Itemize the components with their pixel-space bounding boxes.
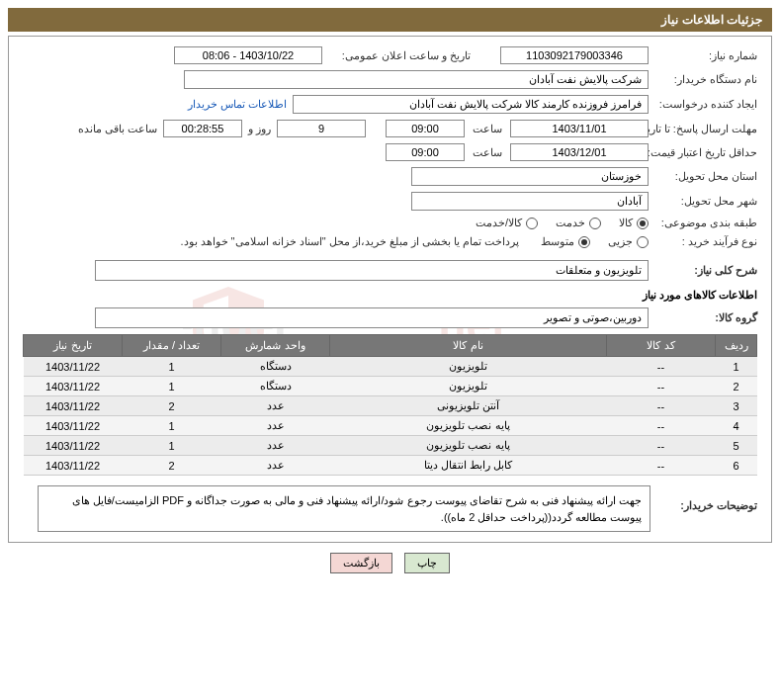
row-city: شهر محل تحویل: آبادان bbox=[23, 192, 757, 211]
cell-code: -- bbox=[607, 377, 716, 396]
table-row: 1--تلویزیوندستگاه11403/11/22 bbox=[24, 357, 757, 377]
header-bar: جزئیات اطلاعات نیاز bbox=[8, 8, 772, 32]
radio-item-minor[interactable]: جزیی bbox=[608, 235, 649, 248]
cell-n: 6 bbox=[716, 456, 757, 476]
table-header-row: ردیف کد کالا نام کالا واحد شمارش تعداد /… bbox=[24, 335, 757, 357]
row-category: طبقه بندی موضوعی: کالا خدمت کالا/خدمت bbox=[23, 217, 757, 229]
cell-qty: 1 bbox=[123, 357, 221, 377]
field-countdown: 00:28:55 bbox=[163, 120, 242, 137]
th-code: کد کالا bbox=[607, 335, 716, 357]
radio-service[interactable] bbox=[589, 218, 601, 229]
th-date: تاریخ نیاز bbox=[24, 335, 123, 357]
label-category: طبقه بندی موضوعی: bbox=[649, 217, 757, 229]
table-row: 2--تلویزیوندستگاه11403/11/22 bbox=[24, 377, 757, 396]
label-city: شهر محل تحویل: bbox=[649, 195, 757, 208]
footer-buttons: چاپ بازگشت bbox=[8, 553, 772, 573]
label-announce-dt: تاریخ و ساعت اعلان عمومی: bbox=[322, 49, 471, 62]
radio-minor[interactable] bbox=[637, 236, 649, 248]
th-row-no: ردیف bbox=[716, 335, 757, 357]
radio-item-goods-service[interactable]: کالا/خدمت bbox=[476, 217, 538, 229]
radio-medium-label: متوسط bbox=[541, 235, 574, 248]
print-button[interactable]: چاپ bbox=[404, 553, 450, 573]
back-button[interactable]: بازگشت bbox=[330, 553, 392, 573]
cell-code: -- bbox=[607, 357, 716, 377]
cell-date: 1403/11/22 bbox=[24, 357, 123, 377]
label-time-left: ساعت باقی مانده bbox=[78, 123, 157, 135]
row-general-desc: شرح کلی نیاز: تلویزیون و متعلقات bbox=[23, 260, 757, 281]
field-need-no: 1103092179003346 bbox=[500, 46, 649, 64]
cell-qty: 2 bbox=[123, 456, 221, 476]
field-price-time: 09:00 bbox=[386, 143, 465, 161]
process-radios: جزیی متوسط bbox=[541, 235, 649, 248]
field-buyer-org: شرکت پالایش نفت آبادان bbox=[184, 70, 649, 89]
label-time-1: ساعت bbox=[473, 123, 502, 135]
label-reply-deadline: مهلت ارسال پاسخ: تا تاریخ: bbox=[649, 122, 757, 135]
radio-item-goods[interactable]: کالا bbox=[619, 217, 649, 229]
cell-code: -- bbox=[607, 396, 716, 416]
field-announce-dt: 1403/10/22 - 08:06 bbox=[174, 46, 322, 64]
radio-goods-service-label: کالا/خدمت bbox=[476, 217, 522, 229]
cell-name: پایه نصب تلویزیون bbox=[330, 436, 607, 456]
cell-date: 1403/11/22 bbox=[24, 436, 123, 456]
field-buyer-notes: جهت ارائه پیشنهاد فنی به شرح تقاضای پیوس… bbox=[38, 485, 650, 532]
cell-n: 3 bbox=[716, 396, 757, 416]
cell-name: پایه نصب تلویزیون bbox=[330, 416, 607, 436]
cell-unit: عدد bbox=[221, 436, 330, 456]
row-goods-group: گروه کالا: دوربین،صوتی و تصویر bbox=[23, 307, 757, 328]
cell-date: 1403/11/22 bbox=[24, 456, 123, 476]
table-row: 5--پایه نصب تلویزیونعدد11403/11/22 bbox=[24, 436, 757, 456]
cell-unit: عدد bbox=[221, 396, 330, 416]
radio-item-service[interactable]: خدمت bbox=[556, 217, 601, 229]
cell-n: 5 bbox=[716, 436, 757, 456]
radio-item-medium[interactable]: متوسط bbox=[541, 235, 590, 248]
field-reply-date: 1403/11/01 bbox=[510, 120, 649, 137]
field-goods-group: دوربین،صوتی و تصویر bbox=[95, 307, 649, 328]
row-process: نوع فرآیند خرید : جزیی متوسط پرداخت تمام… bbox=[23, 235, 757, 248]
row-reply-deadline: مهلت ارسال پاسخ: تا تاریخ: 1403/11/01 سا… bbox=[23, 120, 757, 137]
row-buyer-org: نام دستگاه خریدار: شرکت پالایش نفت آبادا… bbox=[23, 70, 757, 89]
contact-buyer-link[interactable]: اطلاعات تماس خریدار bbox=[188, 98, 287, 111]
cell-qty: 2 bbox=[123, 396, 221, 416]
cell-code: -- bbox=[607, 416, 716, 436]
cell-unit: عدد bbox=[221, 416, 330, 436]
radio-medium[interactable] bbox=[578, 236, 590, 248]
cell-qty: 1 bbox=[123, 436, 221, 456]
label-general-desc: شرح کلی نیاز: bbox=[649, 264, 757, 277]
label-time-2: ساعت bbox=[473, 146, 502, 159]
label-province: استان محل تحویل: bbox=[649, 170, 757, 183]
cell-qty: 1 bbox=[123, 416, 221, 436]
radio-goods-service[interactable] bbox=[526, 218, 538, 229]
items-table: ردیف کد کالا نام کالا واحد شمارش تعداد /… bbox=[23, 334, 757, 476]
cell-code: -- bbox=[607, 436, 716, 456]
row-buyer-notes: توضیحات خریدار: جهت ارائه پیشنهاد فنی به… bbox=[23, 485, 757, 532]
row-requester: ایجاد کننده درخواست: فرامرز فروزنده کارم… bbox=[23, 95, 757, 114]
th-qty: تعداد / مقدار bbox=[123, 335, 221, 357]
table-row: 3--آنتن تلویزیونیعدد21403/11/22 bbox=[24, 396, 757, 416]
cell-date: 1403/11/22 bbox=[24, 416, 123, 436]
label-buyer-org: نام دستگاه خریدار: bbox=[649, 73, 757, 86]
radio-goods[interactable] bbox=[637, 218, 649, 229]
label-days-and: روز و bbox=[248, 123, 271, 135]
category-radios: کالا خدمت کالا/خدمت bbox=[476, 217, 649, 229]
label-process: نوع فرآیند خرید : bbox=[649, 235, 757, 248]
cell-qty: 1 bbox=[123, 377, 221, 396]
cell-name: کابل رابط انتقال دیتا bbox=[330, 456, 607, 476]
th-unit: واحد شمارش bbox=[221, 335, 330, 357]
cell-code: -- bbox=[607, 456, 716, 476]
field-province: خوزستان bbox=[411, 167, 649, 186]
field-general-desc: تلویزیون و متعلقات bbox=[95, 260, 649, 281]
row-province: استان محل تحویل: خوزستان bbox=[23, 167, 757, 186]
cell-date: 1403/11/22 bbox=[24, 377, 123, 396]
radio-service-label: خدمت bbox=[556, 217, 585, 229]
cell-name: تلویزیون bbox=[330, 357, 607, 377]
radio-minor-label: جزیی bbox=[608, 235, 633, 248]
cell-name: آنتن تلویزیونی bbox=[330, 396, 607, 416]
cell-n: 4 bbox=[716, 416, 757, 436]
table-row: 4--پایه نصب تلویزیونعدد11403/11/22 bbox=[24, 416, 757, 436]
row-need-no: شماره نیاز: 1103092179003346 تاریخ و ساع… bbox=[23, 46, 757, 64]
process-note: پرداخت تمام یا بخشی از مبلغ خرید،از محل … bbox=[180, 235, 519, 248]
items-info-title: اطلاعات کالاهای مورد نیاز bbox=[23, 289, 757, 302]
cell-date: 1403/11/22 bbox=[24, 396, 123, 416]
row-price-validity: حداقل تاریخ اعتبار قیمت: تا تاریخ: 1403/… bbox=[23, 143, 757, 161]
label-need-no: شماره نیاز: bbox=[649, 49, 757, 62]
